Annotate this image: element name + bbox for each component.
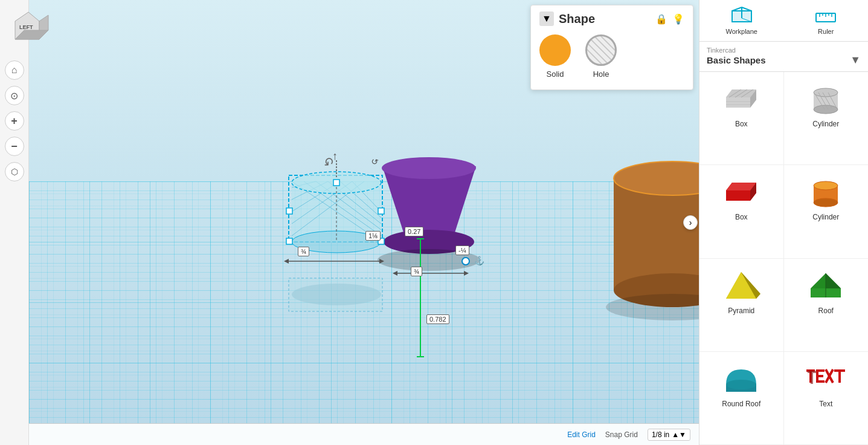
svg-point-76 [814,105,838,114]
text-label: Text [819,400,832,408]
measure-point [462,258,469,265]
shape-item-round-roof[interactable]: Round Roof [699,352,784,445]
ruler-button[interactable]: Ruler [784,0,869,41]
svg-rect-103 [818,369,825,372]
basic-shapes-label: Basic Shapes [707,55,766,65]
snap-grid-label: Snap Grid [605,430,638,439]
measure-0.27: 0.27 [405,227,423,236]
svg-point-39 [292,284,381,305]
svg-rect-59 [732,11,751,22]
svg-rect-34 [286,208,292,214]
sidebar-toggle-button[interactable]: › [683,215,698,230]
svg-rect-105 [818,380,825,383]
measure-3/4-left: ¾ [298,247,309,256]
svg-text:↑: ↑ [332,150,338,162]
box-red-label: Box [735,213,748,221]
measure-neg-1/4: -¼ [455,245,469,255]
shape-item-pyramid[interactable]: Pyramid [699,259,784,352]
zoom-in-button[interactable]: + [5,111,24,131]
brown-cylinder-obj[interactable] [606,161,699,320]
measure-3/4-right: ¾ [411,267,422,276]
svg-point-75 [814,88,838,97]
pyramid-label: Pyramid [728,307,754,315]
shape-item-box-grey[interactable]: Box [699,72,784,165]
left-toolbar: ⌂ ⊙ + − ⬡ [0,0,29,445]
shape-item-roof[interactable]: Roof [784,259,869,352]
svg-point-86 [814,198,838,207]
svg-marker-44 [284,259,289,264]
cylinder-orange-label: Cylinder [812,213,839,221]
perspective-button[interactable]: ⬡ [5,162,24,181]
roof-label: Roof [818,307,834,315]
round-roof-label: Round Roof [722,400,760,408]
svg-rect-35 [378,208,384,214]
right-sidebar: Workplane Ruler Tinkercad Basic Shapes [699,0,868,445]
shape-panel-dropdown-arrow[interactable]: ▼ [539,11,554,26]
svg-marker-48 [464,271,469,276]
svg-rect-108 [834,369,845,372]
svg-rect-109 [838,372,841,383]
svg-point-97 [726,380,756,389]
solid-label: Solid [547,70,564,79]
snap-dropdown[interactable]: 1/8 in ▲▼ [648,429,690,441]
viewport[interactable]: ↺ ↑ ↺ ⚓ 0.27 ¾ 1⅛ -¼ ¾ 0.782 ▼ Shape 🔒 💡 [29,0,699,445]
dropdown-arrow-icon[interactable]: ▼ [850,54,861,67]
shape-item-box-red[interactable]: Box [699,165,784,258]
svg-rect-100 [808,371,816,373]
workplane-button[interactable]: Workplane [699,0,784,41]
hole-circle [585,34,617,66]
svg-point-14 [382,157,476,179]
measure-0.782: 0.782 [426,314,449,324]
hole-option[interactable]: Hole [585,34,617,79]
svg-rect-101 [811,373,813,384]
shape-panel: ▼ Shape 🔒 💡 Solid Hole [530,5,693,90]
fit-button[interactable]: ⊙ [5,86,24,105]
home-button[interactable]: ⌂ [5,60,24,80]
bulb-icon[interactable]: 💡 [672,13,684,25]
svg-point-12 [606,294,699,320]
shapes-library-header: Tinkercad Basic Shapes ▼ [699,42,868,72]
svg-marker-47 [393,271,397,276]
shape-item-cylinder-grey[interactable]: Cylinder [784,72,869,165]
nav-cube[interactable]: LEFT [6,6,51,51]
measure-1/8: 1⅛ [365,231,381,241]
shapes-grid: Box Cylinder [699,72,868,445]
solid-option[interactable]: Solid [539,34,571,79]
workplane-label: Workplane [726,28,757,35]
shape-item-text[interactable]: Text [784,352,869,445]
svg-point-85 [814,181,838,190]
svg-text:↺: ↺ [370,156,380,167]
lock-icon[interactable]: 🔒 [655,13,667,25]
edit-grid-link[interactable]: Edit Grid [567,430,596,439]
zoom-out-button[interactable]: − [5,137,24,156]
svg-rect-104 [818,375,823,377]
svg-text:LEFT: LEFT [19,24,33,30]
box-grey-label: Box [735,120,748,128]
svg-text:⚓: ⚓ [474,256,485,266]
ruler-label: Ruler [818,28,834,35]
solid-circle [539,34,571,66]
hole-label: Hole [593,70,609,79]
cylinder-shadow [289,278,382,311]
svg-rect-33 [333,180,339,186]
bottom-bar: Edit Grid Snap Grid 1/8 in ▲▼ [29,423,699,445]
svg-rect-36 [286,238,292,244]
shape-item-cylinder-orange[interactable]: Cylinder [784,165,869,258]
cylinder-grey-label: Cylinder [812,120,839,128]
svg-rect-102 [816,369,818,383]
shape-panel-title: Shape [559,12,655,26]
brand-label: Tinkercad [707,47,861,54]
sidebar-top-toolbar: Workplane Ruler [699,0,868,42]
